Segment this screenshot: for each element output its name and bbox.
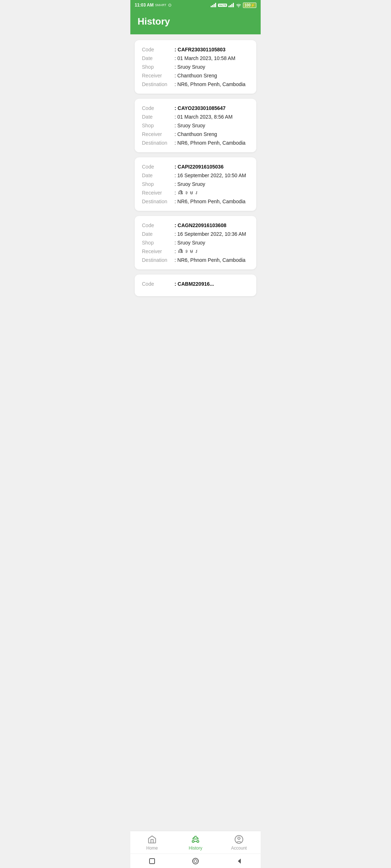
label-date-1: Date xyxy=(142,55,175,61)
signal-icon-1 xyxy=(211,3,216,7)
value-receiver-3: : លី ខេមរ xyxy=(175,190,199,196)
lte-badge: VoLTE xyxy=(218,4,227,7)
battery-icon: 100 ⚡ xyxy=(243,3,256,8)
page-title: History xyxy=(138,16,253,27)
card-row-shop: Shop : Sruoy Sruoy xyxy=(142,240,249,246)
card-row-destination: Destination : NR6, Phnom Penh, Cambodia xyxy=(142,257,249,263)
status-bar: 11:03 AM SMART ⊙ VoLTE 100 ⚡ xyxy=(130,0,261,10)
svg-rect-0 xyxy=(211,6,212,7)
svg-rect-1 xyxy=(212,5,213,7)
card-row-shop: Shop : Sruoy Sruoy xyxy=(142,123,249,128)
carrier-icon: SMART xyxy=(155,3,166,7)
value-code-3: : CAPI220916105036 xyxy=(175,164,223,170)
value-code-2: : CAYO230301085647 xyxy=(175,105,226,111)
value-destination-2: : NR6, Phnom Penh, Cambodia xyxy=(175,140,245,146)
card-row-destination: Destination : NR6, Phnom Penh, Cambodia xyxy=(142,81,249,87)
card-row-code-partial: Code : CABM220916... xyxy=(142,281,249,287)
label-date-4: Date xyxy=(142,231,175,237)
card-row-receiver: Receiver : Chanthuon Sreng xyxy=(142,73,249,78)
svg-rect-7 xyxy=(233,3,234,7)
svg-rect-5 xyxy=(230,5,231,7)
label-receiver-4: Receiver xyxy=(142,248,175,254)
card-row-date: Date : 16 September 2022, 10:36 AM xyxy=(142,231,249,237)
label-date-3: Date xyxy=(142,173,175,178)
page-header: History xyxy=(130,10,261,34)
card-row-code: Code : CAYO230301085647 xyxy=(142,105,249,111)
history-list: Code : CAFR230301105803 Date : 01 March … xyxy=(130,34,261,302)
label-shop-3: Shop xyxy=(142,181,175,187)
label-destination-1: Destination xyxy=(142,81,175,87)
value-date-4: : 16 September 2022, 10:36 AM xyxy=(175,231,246,237)
value-shop-2: : Sruoy Sruoy xyxy=(175,123,205,128)
value-receiver-4: : លី ខេមរ xyxy=(175,248,199,254)
value-shop-1: : Sruoy Sruoy xyxy=(175,64,205,70)
history-card-4[interactable]: Code : CAGN220916103608 Date : 16 Septem… xyxy=(135,216,256,269)
svg-rect-2 xyxy=(214,4,215,7)
card-row-code: Code : CAGN220916103608 xyxy=(142,222,249,228)
value-code-4: : CAGN220916103608 xyxy=(175,222,226,228)
value-code-5: : CABM220916... xyxy=(175,281,214,287)
value-date-2: : 01 March 2023, 8:56 AM xyxy=(175,114,232,120)
value-receiver-1: : Chanthuon Sreng xyxy=(175,73,217,78)
label-receiver-2: Receiver xyxy=(142,131,175,137)
value-date-1: : 01 March 2023, 10:58 AM xyxy=(175,55,235,61)
label-code-3: Code xyxy=(142,164,175,170)
card-row-shop: Shop : Sruoy Sruoy xyxy=(142,181,249,187)
status-right: VoLTE 100 ⚡ xyxy=(211,3,256,8)
value-destination-3: : NR6, Phnom Penh, Cambodia xyxy=(175,199,245,204)
value-receiver-2: : Chanthuon Sreng xyxy=(175,131,217,137)
card-row-date: Date : 01 March 2023, 10:58 AM xyxy=(142,55,249,61)
card-row-date: Date : 01 March 2023, 8:56 AM xyxy=(142,114,249,120)
card-row-receiver: Receiver : លី ខេមរ xyxy=(142,248,249,254)
label-code-5: Code xyxy=(142,281,175,287)
label-destination-2: Destination xyxy=(142,140,175,146)
card-row-shop: Shop : Sruoy Sruoy xyxy=(142,64,249,70)
sim-icon: ⊙ xyxy=(168,3,172,8)
svg-rect-4 xyxy=(228,6,230,7)
card-row-destination: Destination : NR6, Phnom Penh, Cambodia xyxy=(142,140,249,146)
signal-icon-2 xyxy=(228,3,234,7)
history-card-1[interactable]: Code : CAFR230301105803 Date : 01 March … xyxy=(135,40,256,94)
value-destination-1: : NR6, Phnom Penh, Cambodia xyxy=(175,81,245,87)
label-destination-3: Destination xyxy=(142,199,175,204)
card-row-code: Code : CAFR230301105803 xyxy=(142,47,249,52)
value-code-1: : CAFR230301105803 xyxy=(175,47,226,52)
label-date-2: Date xyxy=(142,114,175,120)
label-code-2: Code xyxy=(142,105,175,111)
svg-rect-3 xyxy=(215,3,216,7)
label-code-1: Code xyxy=(142,47,175,52)
label-receiver-3: Receiver xyxy=(142,190,175,196)
card-row-receiver: Receiver : Chanthuon Sreng xyxy=(142,131,249,137)
card-row-code: Code : CAPI220916105036 xyxy=(142,164,249,170)
history-card-5-partial[interactable]: Code : CABM220916... xyxy=(135,275,256,296)
status-left: 11:03 AM SMART ⊙ xyxy=(135,3,172,8)
wifi-icon xyxy=(236,3,241,7)
card-row-receiver: Receiver : លី ខេមរ xyxy=(142,190,249,196)
card-row-date: Date : 16 September 2022, 10:50 AM xyxy=(142,173,249,178)
status-time: 11:03 AM xyxy=(135,3,154,8)
label-shop-2: Shop xyxy=(142,123,175,128)
label-shop-1: Shop xyxy=(142,64,175,70)
value-shop-3: : Sruoy Sruoy xyxy=(175,181,205,187)
history-card-2[interactable]: Code : CAYO230301085647 Date : 01 March … xyxy=(135,99,256,152)
label-destination-4: Destination xyxy=(142,257,175,263)
label-shop-4: Shop xyxy=(142,240,175,246)
card-row-destination: Destination : NR6, Phnom Penh, Cambodia xyxy=(142,199,249,204)
value-date-3: : 16 September 2022, 10:50 AM xyxy=(175,173,246,178)
history-card-3[interactable]: Code : CAPI220916105036 Date : 16 Septem… xyxy=(135,157,256,211)
value-destination-4: : NR6, Phnom Penh, Cambodia xyxy=(175,257,245,263)
label-code-4: Code xyxy=(142,222,175,228)
svg-rect-6 xyxy=(231,4,232,7)
value-shop-4: : Sruoy Sruoy xyxy=(175,240,205,246)
label-receiver-1: Receiver xyxy=(142,73,175,78)
